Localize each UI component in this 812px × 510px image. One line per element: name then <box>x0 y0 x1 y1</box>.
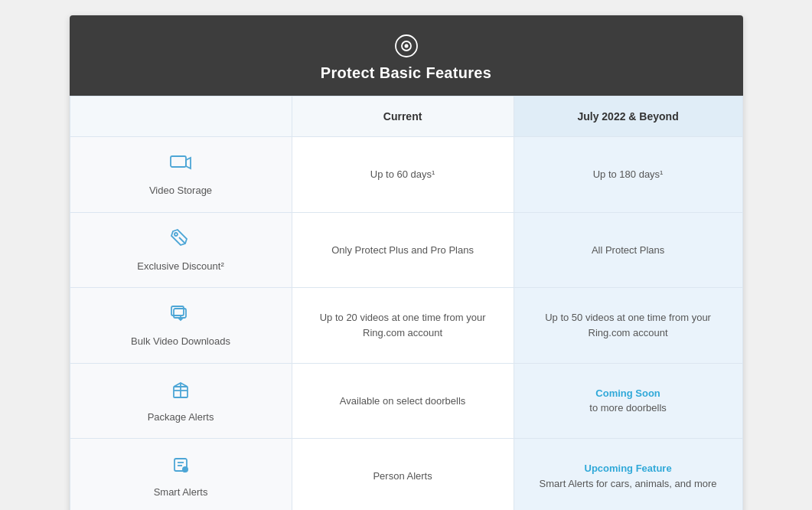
current-cell-bulk-video-downloads: Up to 20 videos at one time from your Ri… <box>292 288 514 364</box>
feature-cell-package-alerts: Package Alerts <box>70 363 292 439</box>
current-cell-video-storage: Up to 60 days¹ <box>292 137 514 213</box>
svg-text:!: ! <box>184 468 185 472</box>
video-storage-icon <box>168 151 193 178</box>
svg-point-2 <box>404 44 408 48</box>
future-cell-exclusive-discount: All Protect Plans <box>514 212 742 288</box>
current-cell-smart-alerts: Person Alerts <box>292 439 514 511</box>
svg-line-6 <box>179 237 185 244</box>
table-row: Package AlertsAvailable on select doorbe… <box>70 363 742 439</box>
feature-label: Smart Alerts <box>154 485 208 500</box>
future-detail: to more doorbells <box>589 402 666 414</box>
feature-cell-exclusive-discount: Exclusive Discount² <box>70 212 292 288</box>
feature-cell-smart-alerts: !Smart Alerts <box>70 439 292 511</box>
col-future-header: July 2022 & Beyond <box>514 96 742 137</box>
current-cell-package-alerts: Available on select doorbells <box>292 363 514 439</box>
current-cell-exclusive-discount: Only Protect Plus and Pro Plans <box>292 212 514 288</box>
svg-rect-3 <box>171 156 186 167</box>
col-current-header: Current <box>292 96 514 137</box>
smart-alerts-icon: ! <box>168 453 193 480</box>
discount-icon <box>168 227 193 254</box>
future-cell-video-storage: Up to 180 days¹ <box>514 137 742 213</box>
coming-soon-label: Coming Soon <box>595 387 660 399</box>
feature-cell-bulk-video-downloads: Bulk Video Downloads <box>70 288 292 364</box>
features-table: Current July 2022 & Beyond Video Storage… <box>70 96 743 510</box>
table-header: Protect Basic Features <box>70 15 743 96</box>
svg-point-5 <box>174 233 178 236</box>
table-row: Video StorageUp to 60 days¹Up to 180 day… <box>70 137 742 213</box>
upcoming-feature-label: Upcoming Feature <box>530 461 727 476</box>
package-icon <box>168 378 193 405</box>
page-title: Protect Basic Features <box>85 64 728 82</box>
table-row: Exclusive Discount²Only Protect Plus and… <box>70 212 742 288</box>
future-detail: Smart Alerts for cars, animals, and more <box>540 478 717 489</box>
svg-marker-4 <box>186 158 191 168</box>
feature-label: Exclusive Discount² <box>137 259 223 274</box>
future-cell-package-alerts: Coming Soonto more doorbells <box>514 363 742 439</box>
future-cell-bulk-video-downloads: Up to 50 videos at one time from your Ri… <box>514 288 742 364</box>
feature-label: Video Storage <box>149 183 212 198</box>
ring-logo-icon <box>393 32 420 60</box>
bulk-download-icon <box>168 302 193 329</box>
feature-cell-video-storage: Video Storage <box>70 137 292 213</box>
table-row: !Smart AlertsPerson AlertsUpcoming Featu… <box>70 439 742 511</box>
feature-table-container: Protect Basic Features Current July 2022… <box>70 15 743 510</box>
feature-label: Bulk Video Downloads <box>131 334 230 349</box>
feature-label: Package Alerts <box>148 410 214 425</box>
future-cell-smart-alerts: Upcoming FeatureSmart Alerts for cars, a… <box>514 439 742 511</box>
table-row: Bulk Video DownloadsUp to 20 videos at o… <box>70 288 742 364</box>
col-feature-header <box>70 96 292 137</box>
